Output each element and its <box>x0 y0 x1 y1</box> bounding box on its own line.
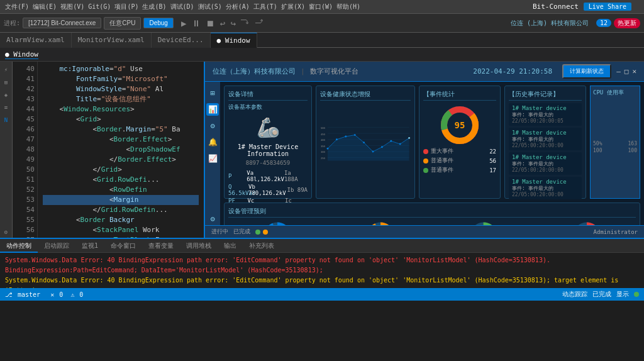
svg-point-14 <box>345 136 347 138</box>
output-tab-stack[interactable]: 调用堆栈 <box>180 239 218 253</box>
tab-monitorview[interactable]: MonitorView.xaml <box>72 33 152 48</box>
menu-bar: 文件(F) 编辑(E) 视图(V) Git(G) 项目(P) 生成(B) 调试(… <box>0 0 644 14</box>
svg-point-20 <box>399 143 401 145</box>
refresh-btn[interactable]: 计算刷新状态 <box>562 64 611 79</box>
output-line-1: System.Windows.Data Error: 40 BindingExp… <box>5 255 639 275</box>
app-separator: | <box>301 67 305 75</box>
svg-text:400: 400 <box>321 138 326 142</box>
debug-selector[interactable]: Debug <box>143 18 173 28</box>
output-content: System.Windows.Data Error: 40 BindingExp… <box>0 253 644 288</box>
output-tab-extra[interactable]: 补充列表 <box>243 239 280 253</box>
app-sidebar-settings[interactable]: ⚙ <box>206 213 219 225</box>
history-item-3: 1# Master device 事件: 事件最大的 22/05:00:20:0… <box>509 152 582 175</box>
svg-text:250: 250 <box>321 157 326 160</box>
app-sidebar-monitor[interactable]: 📊 <box>206 103 219 116</box>
window-min[interactable]: — <box>616 67 621 75</box>
cpu-usage-panel: CPU 使用率 <box>590 86 640 199</box>
output-panel: 动作控制 启动跟踪 监视1 命令窗口 查看变量 调用堆栈 输出 补充列表 Sys… <box>0 238 644 288</box>
donut-4: 80% 已完成未完成 123125123125 <box>566 220 608 225</box>
cpu-bar-chart <box>593 99 637 137</box>
sidebar-icon-1[interactable]: ⚡ <box>1 64 12 75</box>
history-list: 1# Master device 事件: 事件最大的 22/05:00:20:0… <box>509 103 582 199</box>
app-sidebar-chart[interactable]: 📈 <box>206 152 219 165</box>
output-tabs-bar: 动作控制 启动跟踪 监视1 命令窗口 查看变量 调用堆栈 输出 补充列表 <box>0 239 644 253</box>
app-sidebar-alarm[interactable]: 🔔 <box>206 136 219 148</box>
app-body: ⊞ 📊 ⚙ 🔔 📈 ⚙ 设备详情 设备基本参数 🦾 <box>205 82 644 225</box>
svg-text:450: 450 <box>321 133 326 136</box>
critical-legend: 重大事件 22 <box>423 147 496 155</box>
app-window-header: 位连（上海）科技有限公司 | 数字可视化平台 2022-04-29 21:20:… <box>205 62 644 82</box>
status-dot-orange <box>263 230 268 235</box>
process-selector[interactable]: [12712] Bit-Connect.exe <box>23 18 101 28</box>
svg-point-15 <box>354 134 356 136</box>
history-item-4: 1# Master device 事件: 事件最大的 22/05:00:20:0… <box>509 177 582 199</box>
device-info-panel: 设备详情 设备基本参数 🦾 1# Master Device Informati… <box>224 86 312 199</box>
app-preview-panel: 位连（上海）科技有限公司 | 数字可视化平台 2022-04-29 21:20:… <box>204 62 644 238</box>
cpu-values: 50% 163 100 100 <box>593 141 637 153</box>
robot-icon: 🦾 <box>228 116 308 138</box>
device-id: 8897-45834659 <box>228 160 308 166</box>
sidebar-icon-2[interactable]: ⊞ <box>1 77 12 88</box>
app-row-1: 设备详情 设备基本参数 🦾 1# Master Device Informati… <box>224 86 640 199</box>
cpu-selector[interactable]: 任意CPU <box>104 17 141 30</box>
left-sidebar-icons: ⚡ ⊞ ◈ ≡ N ⚙ <box>0 62 13 238</box>
code-lines: mc:Ignorable="d" Use FontFamily="Microso… <box>38 62 204 238</box>
error-icon: ✕ <box>50 291 54 298</box>
critical-dot <box>423 149 428 154</box>
main-content-area: ⚡ ⊞ ◈ ≡ N ⚙ 4041424344 4546474849 505152… <box>0 62 644 238</box>
window-close[interactable]: ✕ <box>632 67 636 75</box>
history-item-1: 1# Master device 事件: 事件最大的 22/05:00:20:0… <box>509 103 582 126</box>
svg-point-31 <box>369 225 392 225</box>
sidebar-icon-4[interactable]: ≡ <box>1 102 12 113</box>
code-editor: 4041424344 4546474849 5051525354 5556575… <box>13 62 204 238</box>
app-sidebar-device[interactable]: ⚙ <box>206 119 219 132</box>
output-tab-output[interactable]: 输出 <box>218 239 243 253</box>
hot-badge: 热更新 <box>614 18 640 28</box>
event-donut-svg: 95 <box>438 103 482 147</box>
svg-point-21 <box>408 137 410 139</box>
svg-point-28 <box>266 225 289 225</box>
live-share[interactable]: Live Share <box>584 3 631 11</box>
donut-4-svg: 80% <box>571 220 602 225</box>
output-tab-action[interactable]: 动作控制 <box>0 239 38 253</box>
active-file-tab[interactable]: ● Window <box>5 50 38 59</box>
svg-point-12 <box>327 148 329 150</box>
warn-count: 0 <box>79 291 83 298</box>
device-basic-title: 设备基本参数 <box>228 103 308 111</box>
bottom-status-bar: ⎇ master ✕ 0 ⚠ 0 动态跟踪 已完成 显示 <box>0 288 644 301</box>
sidebar-icon-3[interactable]: ◈ <box>1 89 12 101</box>
app-title-top: Bit-Connect <box>533 3 579 11</box>
donut-1-wrapper: 94% <box>262 220 293 225</box>
tab-alarmview[interactable]: AlarmView.xaml <box>0 33 72 48</box>
app-datetime: 2022-04-29 21:20:58 <box>473 67 552 75</box>
footer-admin: Administrator <box>594 229 638 235</box>
app-footer: 进行中 已完成 Administrator <box>205 225 644 238</box>
window-max[interactable]: □ <box>625 67 629 75</box>
svg-text:350: 350 <box>321 145 326 148</box>
tab-deviceed[interactable]: DeviceEd... <box>152 33 211 48</box>
branch-icon: ⎇ <box>5 291 13 298</box>
status-item-2: 已完成 <box>592 290 611 299</box>
svg-point-18 <box>381 146 383 148</box>
event-legend: 重大事件 22 普通事件 56 普通事件 17 <box>423 147 496 174</box>
output-tab-cmd[interactable]: 命令窗口 <box>104 239 142 253</box>
sidebar-icon-bottom[interactable]: ⚙ <box>1 226 12 238</box>
footer-status <box>255 230 268 235</box>
output-tab-vars[interactable]: 查看变量 <box>142 239 180 253</box>
history-item-2: 1# Master device 事件: 事件最大的 22/05:00:20:0… <box>509 128 582 150</box>
status-item-3: 显示 <box>616 290 629 299</box>
mgmt-title: 设备管理预则 <box>228 207 636 218</box>
tab-window[interactable]: ● Window <box>211 33 257 48</box>
app-sidebar-home[interactable]: ⊞ <box>206 87 219 99</box>
donut-container: 95 <box>423 103 496 147</box>
donut-4-wrapper: 80% <box>571 220 602 225</box>
output-tab-trace[interactable]: 启动跟踪 <box>38 239 75 253</box>
device-robot-icon-area: 🦾 <box>228 116 308 138</box>
svg-text:300: 300 <box>321 150 326 153</box>
footer-login: 进行中 <box>211 228 228 236</box>
sidebar-icon-5[interactable]: N <box>1 114 12 126</box>
event-stats-panel: 【事件统计 95 <box>419 86 501 199</box>
menu-items[interactable]: 文件(F) 编辑(E) 视图(V) Git(G) 项目(P) 生成(B) 调试(… <box>5 3 360 11</box>
donut-3: 67% 已完成未完成 123125123125 <box>463 220 504 225</box>
output-tab-watch[interactable]: 监视1 <box>75 239 104 253</box>
